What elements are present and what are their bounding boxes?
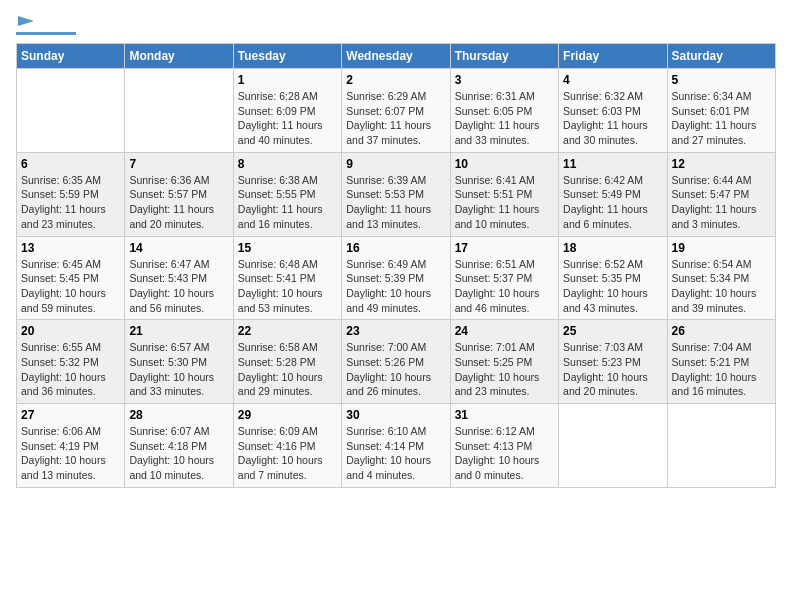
calendar-cell: 13Sunrise: 6:45 AM Sunset: 5:45 PM Dayli… (17, 236, 125, 320)
calendar-cell: 1Sunrise: 6:28 AM Sunset: 6:09 PM Daylig… (233, 69, 341, 153)
day-number: 3 (455, 73, 554, 87)
day-number: 30 (346, 408, 445, 422)
day-info: Sunrise: 6:10 AM Sunset: 4:14 PM Dayligh… (346, 424, 445, 483)
column-header-saturday: Saturday (667, 44, 775, 69)
column-header-thursday: Thursday (450, 44, 558, 69)
column-header-wednesday: Wednesday (342, 44, 450, 69)
column-header-sunday: Sunday (17, 44, 125, 69)
day-number: 9 (346, 157, 445, 171)
day-info: Sunrise: 6:57 AM Sunset: 5:30 PM Dayligh… (129, 340, 228, 399)
calendar-week-row: 1Sunrise: 6:28 AM Sunset: 6:09 PM Daylig… (17, 69, 776, 153)
day-number: 16 (346, 241, 445, 255)
calendar-cell: 9Sunrise: 6:39 AM Sunset: 5:53 PM Daylig… (342, 152, 450, 236)
day-number: 22 (238, 324, 337, 338)
day-number: 28 (129, 408, 228, 422)
calendar-cell: 29Sunrise: 6:09 AM Sunset: 4:16 PM Dayli… (233, 404, 341, 488)
calendar-cell (667, 404, 775, 488)
calendar-cell: 5Sunrise: 6:34 AM Sunset: 6:01 PM Daylig… (667, 69, 775, 153)
calendar-cell: 16Sunrise: 6:49 AM Sunset: 5:39 PM Dayli… (342, 236, 450, 320)
day-info: Sunrise: 7:00 AM Sunset: 5:26 PM Dayligh… (346, 340, 445, 399)
day-number: 5 (672, 73, 771, 87)
calendar-cell: 25Sunrise: 7:03 AM Sunset: 5:23 PM Dayli… (559, 320, 667, 404)
day-info: Sunrise: 6:36 AM Sunset: 5:57 PM Dayligh… (129, 173, 228, 232)
day-info: Sunrise: 6:12 AM Sunset: 4:13 PM Dayligh… (455, 424, 554, 483)
day-info: Sunrise: 6:39 AM Sunset: 5:53 PM Dayligh… (346, 173, 445, 232)
day-info: Sunrise: 7:04 AM Sunset: 5:21 PM Dayligh… (672, 340, 771, 399)
day-info: Sunrise: 6:48 AM Sunset: 5:41 PM Dayligh… (238, 257, 337, 316)
day-number: 23 (346, 324, 445, 338)
calendar-cell: 28Sunrise: 6:07 AM Sunset: 4:18 PM Dayli… (125, 404, 233, 488)
day-number: 26 (672, 324, 771, 338)
day-info: Sunrise: 6:49 AM Sunset: 5:39 PM Dayligh… (346, 257, 445, 316)
day-number: 15 (238, 241, 337, 255)
calendar-week-row: 6Sunrise: 6:35 AM Sunset: 5:59 PM Daylig… (17, 152, 776, 236)
day-number: 21 (129, 324, 228, 338)
day-number: 19 (672, 241, 771, 255)
day-number: 31 (455, 408, 554, 422)
calendar-cell: 22Sunrise: 6:58 AM Sunset: 5:28 PM Dayli… (233, 320, 341, 404)
day-number: 10 (455, 157, 554, 171)
day-number: 25 (563, 324, 662, 338)
calendar-cell: 20Sunrise: 6:55 AM Sunset: 5:32 PM Dayli… (17, 320, 125, 404)
day-number: 11 (563, 157, 662, 171)
day-number: 12 (672, 157, 771, 171)
day-info: Sunrise: 6:42 AM Sunset: 5:49 PM Dayligh… (563, 173, 662, 232)
calendar-cell (17, 69, 125, 153)
day-number: 7 (129, 157, 228, 171)
calendar-cell: 3Sunrise: 6:31 AM Sunset: 6:05 PM Daylig… (450, 69, 558, 153)
calendar-cell: 4Sunrise: 6:32 AM Sunset: 6:03 PM Daylig… (559, 69, 667, 153)
logo-line (16, 32, 76, 35)
day-number: 8 (238, 157, 337, 171)
day-info: Sunrise: 6:38 AM Sunset: 5:55 PM Dayligh… (238, 173, 337, 232)
day-number: 29 (238, 408, 337, 422)
calendar-cell: 15Sunrise: 6:48 AM Sunset: 5:41 PM Dayli… (233, 236, 341, 320)
day-info: Sunrise: 6:45 AM Sunset: 5:45 PM Dayligh… (21, 257, 120, 316)
calendar-cell: 21Sunrise: 6:57 AM Sunset: 5:30 PM Dayli… (125, 320, 233, 404)
calendar-cell (125, 69, 233, 153)
day-info: Sunrise: 6:58 AM Sunset: 5:28 PM Dayligh… (238, 340, 337, 399)
day-number: 20 (21, 324, 120, 338)
calendar-cell: 23Sunrise: 7:00 AM Sunset: 5:26 PM Dayli… (342, 320, 450, 404)
calendar-cell: 27Sunrise: 6:06 AM Sunset: 4:19 PM Dayli… (17, 404, 125, 488)
svg-marker-0 (18, 16, 34, 26)
page-header (16, 16, 776, 35)
day-number: 13 (21, 241, 120, 255)
day-info: Sunrise: 6:54 AM Sunset: 5:34 PM Dayligh… (672, 257, 771, 316)
day-number: 4 (563, 73, 662, 87)
day-number: 17 (455, 241, 554, 255)
day-info: Sunrise: 6:41 AM Sunset: 5:51 PM Dayligh… (455, 173, 554, 232)
calendar-cell: 30Sunrise: 6:10 AM Sunset: 4:14 PM Dayli… (342, 404, 450, 488)
day-info: Sunrise: 6:06 AM Sunset: 4:19 PM Dayligh… (21, 424, 120, 483)
logo (16, 16, 76, 35)
day-info: Sunrise: 7:03 AM Sunset: 5:23 PM Dayligh… (563, 340, 662, 399)
calendar-cell: 17Sunrise: 6:51 AM Sunset: 5:37 PM Dayli… (450, 236, 558, 320)
calendar-cell: 2Sunrise: 6:29 AM Sunset: 6:07 PM Daylig… (342, 69, 450, 153)
day-info: Sunrise: 7:01 AM Sunset: 5:25 PM Dayligh… (455, 340, 554, 399)
day-info: Sunrise: 6:32 AM Sunset: 6:03 PM Dayligh… (563, 89, 662, 148)
calendar-header-row: SundayMondayTuesdayWednesdayThursdayFrid… (17, 44, 776, 69)
calendar-cell (559, 404, 667, 488)
calendar-week-row: 27Sunrise: 6:06 AM Sunset: 4:19 PM Dayli… (17, 404, 776, 488)
day-info: Sunrise: 6:47 AM Sunset: 5:43 PM Dayligh… (129, 257, 228, 316)
calendar-cell: 18Sunrise: 6:52 AM Sunset: 5:35 PM Dayli… (559, 236, 667, 320)
calendar-week-row: 13Sunrise: 6:45 AM Sunset: 5:45 PM Dayli… (17, 236, 776, 320)
calendar-cell: 6Sunrise: 6:35 AM Sunset: 5:59 PM Daylig… (17, 152, 125, 236)
calendar-cell: 26Sunrise: 7:04 AM Sunset: 5:21 PM Dayli… (667, 320, 775, 404)
calendar-cell: 10Sunrise: 6:41 AM Sunset: 5:51 PM Dayli… (450, 152, 558, 236)
day-info: Sunrise: 6:51 AM Sunset: 5:37 PM Dayligh… (455, 257, 554, 316)
day-info: Sunrise: 6:28 AM Sunset: 6:09 PM Dayligh… (238, 89, 337, 148)
day-info: Sunrise: 6:34 AM Sunset: 6:01 PM Dayligh… (672, 89, 771, 148)
day-number: 6 (21, 157, 120, 171)
day-number: 18 (563, 241, 662, 255)
day-info: Sunrise: 6:52 AM Sunset: 5:35 PM Dayligh… (563, 257, 662, 316)
calendar-cell: 7Sunrise: 6:36 AM Sunset: 5:57 PM Daylig… (125, 152, 233, 236)
calendar-cell: 24Sunrise: 7:01 AM Sunset: 5:25 PM Dayli… (450, 320, 558, 404)
calendar-table: SundayMondayTuesdayWednesdayThursdayFrid… (16, 43, 776, 488)
day-number: 27 (21, 408, 120, 422)
day-info: Sunrise: 6:35 AM Sunset: 5:59 PM Dayligh… (21, 173, 120, 232)
day-info: Sunrise: 6:07 AM Sunset: 4:18 PM Dayligh… (129, 424, 228, 483)
day-info: Sunrise: 6:55 AM Sunset: 5:32 PM Dayligh… (21, 340, 120, 399)
day-info: Sunrise: 6:44 AM Sunset: 5:47 PM Dayligh… (672, 173, 771, 232)
day-number: 14 (129, 241, 228, 255)
day-info: Sunrise: 6:31 AM Sunset: 6:05 PM Dayligh… (455, 89, 554, 148)
